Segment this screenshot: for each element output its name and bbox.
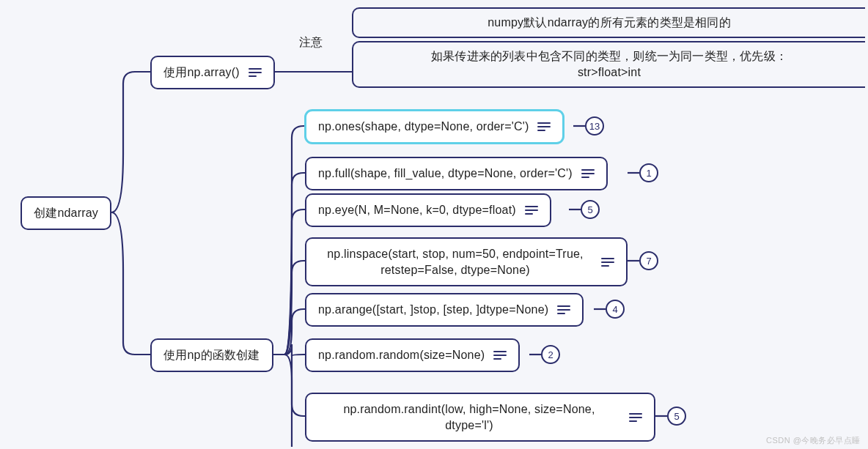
badge-np-linspace[interactable]: 7 [639,251,658,270]
branch-nparray-label: 使用np.array() [163,64,240,81]
notes-icon [557,305,570,314]
badge-np-arange-value: 4 [612,304,617,315]
item-np-random-random[interactable]: np.random.random(size=None) [305,338,520,372]
badge-np-eye[interactable]: 5 [581,200,600,219]
badge-np-linspace-value: 7 [646,256,651,267]
notes-icon [629,413,642,422]
notes-icon [537,122,551,131]
note-box-2: 如果传进来的列表中包含不同的类型，则统一为同一类型，优先级：str>float>… [352,41,865,88]
badge-np-full[interactable]: 1 [639,163,658,182]
badge-np-arange[interactable]: 4 [606,300,625,319]
item-np-random-randint[interactable]: np.random.randint(low, high=None, size=N… [305,393,655,442]
notes-icon [601,258,614,267]
edge-label-note: 注意 [299,35,323,51]
notes-icon [249,68,262,77]
watermark: CSDN @今晚务必早点睡 [766,435,861,446]
badge-np-random-randint[interactable]: 5 [667,407,686,426]
root-node[interactable]: 创建ndarray [21,196,111,230]
branch-npfuncs-label: 使用np的函数创建 [163,347,260,363]
branch-npfuncs[interactable]: 使用np的函数创建 [150,338,273,372]
item-np-ones-text: np.ones(shape, dtype=None, order='C') [318,119,529,135]
note2-text: 如果传进来的列表中包含不同的类型，则统一为同一类型，优先级：str>float>… [419,48,800,80]
badge-np-ones-value: 13 [589,121,600,132]
badge-np-ones[interactable]: 13 [585,116,604,136]
item-np-arange[interactable]: np.arange([start, ]stop, [step, ]dtype=N… [305,293,584,327]
badge-np-random-random[interactable]: 2 [541,345,560,364]
item-np-full-text: np.full(shape, fill_value, dtype=None, o… [318,166,573,182]
item-np-eye-text: np.eye(N, M=None, k=0, dtype=float) [318,202,516,218]
branch-nparray[interactable]: 使用np.array() [150,56,275,89]
item-np-full[interactable]: np.full(shape, fill_value, dtype=None, o… [305,157,608,190]
badge-np-random-randint-value: 5 [674,411,679,422]
item-np-linspace[interactable]: np.linspace(start, stop, num=50, endpoin… [305,237,628,286]
badge-np-random-random-value: 2 [548,349,553,360]
notes-icon [525,206,538,215]
note1-text: numpy默认ndarray的所有元素的类型是相同的 [488,15,730,31]
item-np-ones[interactable]: np.ones(shape, dtype=None, order='C') [305,110,564,144]
badge-np-eye-value: 5 [587,204,592,215]
notes-icon [581,169,595,178]
item-np-linspace-text: np.linspace(start, stop, num=50, endpoin… [318,246,592,278]
item-np-eye[interactable]: np.eye(N, M=None, k=0, dtype=float) [305,193,551,227]
item-np-random-randint-text: np.random.randint(low, high=None, size=N… [318,401,620,433]
badge-np-full-value: 1 [646,168,651,179]
item-np-random-random-text: np.random.random(size=None) [318,347,485,363]
root-label: 创建ndarray [34,205,98,221]
note-box-1: numpy默认ndarray的所有元素的类型是相同的 [352,7,865,38]
notes-icon [493,351,507,360]
item-np-arange-text: np.arange([start, ]stop, [step, ]dtype=N… [318,302,548,318]
